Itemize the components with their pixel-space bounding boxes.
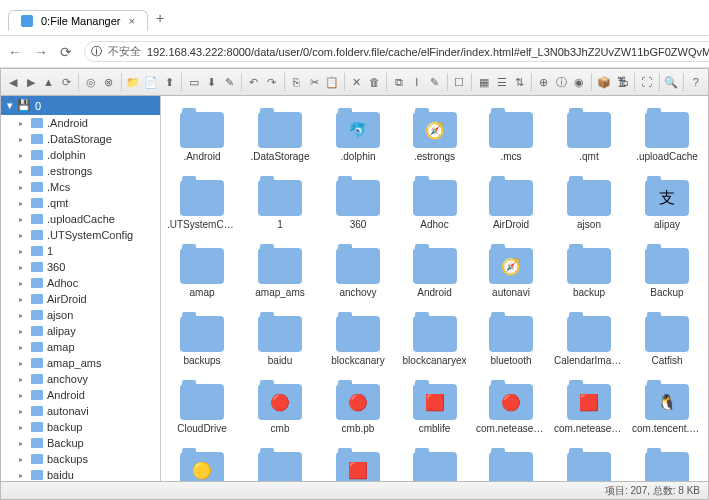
folder-item[interactable]: cmb.pb: [321, 376, 395, 436]
file-grid[interactable]: .Android.DataStorage.dolphin.estrongs.mc…: [161, 96, 708, 481]
folder-item[interactable]: amap: [165, 240, 239, 300]
open-button[interactable]: ▭: [186, 72, 202, 92]
paste-button[interactable]: 📋: [324, 72, 340, 92]
sort-button[interactable]: ⇅: [511, 72, 527, 92]
folder-item[interactable]: alipay: [630, 172, 704, 232]
folder-item[interactable]: amap_ams: [243, 240, 317, 300]
folder-item[interactable]: AirDroid: [474, 172, 548, 232]
preview-button[interactable]: ◉: [572, 72, 588, 92]
mkdir-button[interactable]: 📁: [125, 72, 141, 92]
url-field[interactable]: ⓘ 不安全 192.168.43.222:8000/data/user/0/co…: [84, 41, 709, 62]
new-tab-button[interactable]: +: [156, 10, 164, 26]
folder-item[interactable]: CY: [474, 444, 548, 481]
nav-forward-button[interactable]: ▶: [23, 72, 39, 92]
folder-item[interactable]: .mcs: [474, 104, 548, 164]
folder-item[interactable]: cyan: [552, 444, 626, 481]
extract-button[interactable]: 📦: [596, 72, 612, 92]
tree-item[interactable]: ▸.uploadCache: [1, 211, 160, 227]
tree-item[interactable]: ▸amap_ams: [1, 355, 160, 371]
places-button[interactable]: ⊕: [536, 72, 552, 92]
info-icon[interactable]: ⓘ: [91, 44, 102, 59]
forward-button[interactable]: →: [34, 44, 48, 60]
tree-item[interactable]: ▸alipay: [1, 323, 160, 339]
folder-item[interactable]: baidu: [243, 308, 317, 368]
tree-item[interactable]: ▸backups: [1, 451, 160, 467]
redo-button[interactable]: ↷: [264, 72, 280, 92]
edit-button[interactable]: ✎: [427, 72, 443, 92]
selectall-button[interactable]: ☐: [451, 72, 467, 92]
tree-item[interactable]: ▸.Android: [1, 115, 160, 131]
folder-item[interactable]: anchovy: [321, 240, 395, 300]
folder-item[interactable]: autonavi: [474, 240, 548, 300]
folder-item[interactable]: cmb: [243, 376, 317, 436]
folder-item[interactable]: Android: [399, 240, 470, 300]
folder-item[interactable]: CalendarImageGenerator: [552, 308, 626, 368]
folder-item[interactable]: .dolphin: [321, 104, 395, 164]
folder-item[interactable]: com.youdao.dict: [321, 444, 395, 481]
reload-button[interactable]: ⟳: [58, 72, 74, 92]
tree-item[interactable]: ▸360: [1, 259, 160, 275]
folder-item[interactable]: .UTSystemConfig: [165, 172, 239, 232]
tree-item[interactable]: ▸Android: [1, 387, 160, 403]
tree-item[interactable]: ▸backup: [1, 419, 160, 435]
info-button[interactable]: ⓘ: [554, 72, 570, 92]
folder-item[interactable]: .estrongs: [399, 104, 470, 164]
archive-button[interactable]: 🗜: [614, 72, 630, 92]
folder-item[interactable]: Backup: [630, 240, 704, 300]
folder-item[interactable]: .qmt: [552, 104, 626, 164]
folder-item[interactable]: ctaccount: [399, 444, 470, 481]
tree-item[interactable]: ▸autonavi: [1, 403, 160, 419]
folder-item[interactable]: com.tencent.mobileqq: [630, 376, 704, 436]
folder-item[interactable]: 1: [243, 172, 317, 232]
tree-item[interactable]: ▸1: [1, 243, 160, 259]
browser-tab[interactable]: 0:File Mananger ×: [8, 10, 148, 31]
tree-item[interactable]: ▸amap: [1, 339, 160, 355]
folder-item[interactable]: cmblife: [399, 376, 470, 436]
folder-item[interactable]: com.netease.cloudmusic: [474, 376, 548, 436]
nav-up-button[interactable]: ▲: [41, 72, 57, 92]
tree-item[interactable]: ▸.Mcs: [1, 179, 160, 195]
tree-item[interactable]: ▸.UTSystemConfig: [1, 227, 160, 243]
folder-item[interactable]: ajson: [552, 172, 626, 232]
tree-item[interactable]: ▸anchovy: [1, 371, 160, 387]
empty-button[interactable]: 🗑: [367, 72, 383, 92]
tree-item[interactable]: ▸Backup: [1, 435, 160, 451]
tree-item[interactable]: ▸AirDroid: [1, 291, 160, 307]
folder-item[interactable]: backups: [165, 308, 239, 368]
help-button[interactable]: ?: [688, 72, 704, 92]
cut-button[interactable]: ✂: [306, 72, 322, 92]
search-button[interactable]: 🔍: [663, 72, 679, 92]
view-list-button[interactable]: ☰: [494, 72, 510, 92]
netmount-button[interactable]: ◎: [83, 72, 99, 92]
tree-item[interactable]: ▸Adhoc: [1, 275, 160, 291]
folder-item[interactable]: blockcanary: [321, 308, 395, 368]
duplicate-button[interactable]: ⧉: [391, 72, 407, 92]
download-button[interactable]: ⬇: [204, 72, 220, 92]
folder-item[interactable]: .uploadCache: [630, 104, 704, 164]
tree-item[interactable]: ▸.DataStorage: [1, 131, 160, 147]
fullscreen-button[interactable]: ⛶: [639, 72, 655, 92]
folder-item[interactable]: .Android: [165, 104, 239, 164]
tree-item[interactable]: ▸ajson: [1, 307, 160, 323]
tree-item[interactable]: ▸.dolphin: [1, 147, 160, 163]
rename-button[interactable]: I: [409, 72, 425, 92]
folder-item[interactable]: 360: [321, 172, 395, 232]
folder-item[interactable]: CloudDrive: [165, 376, 239, 436]
folder-item[interactable]: .DataStorage: [243, 104, 317, 164]
tree-root[interactable]: ▾ 💾 0: [1, 96, 160, 115]
folder-item[interactable]: bluetooth: [474, 308, 548, 368]
copy-button[interactable]: ⎘: [288, 72, 304, 92]
getfile-button[interactable]: ✎: [221, 72, 237, 92]
view-icons-button[interactable]: ▦: [476, 72, 492, 92]
folder-item[interactable]: blockcanaryex: [399, 308, 470, 368]
mkfile-button[interactable]: 📄: [143, 72, 159, 92]
tree-item[interactable]: ▸.qmt: [1, 195, 160, 211]
folder-item[interactable]: com.netease.newsreader…: [552, 376, 626, 436]
reload-button[interactable]: ⟳: [60, 44, 72, 60]
folder-item[interactable]: Catfish: [630, 308, 704, 368]
tree-item[interactable]: ▸.estrongs: [1, 163, 160, 179]
upload-button[interactable]: ⬆: [161, 72, 177, 92]
folder-item[interactable]: com.tencent.qqmusic: [165, 444, 239, 481]
netunmount-button[interactable]: ⊗: [101, 72, 117, 92]
back-button[interactable]: ←: [8, 44, 22, 60]
